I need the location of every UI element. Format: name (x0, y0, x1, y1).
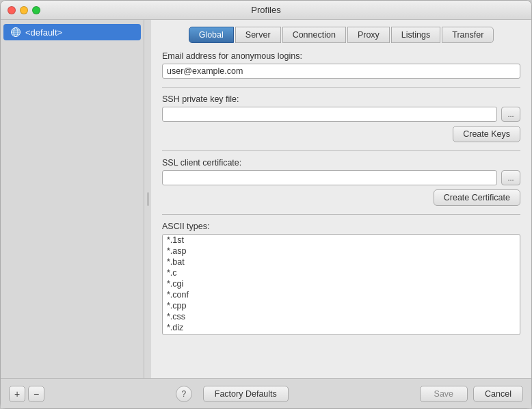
footer-left: + − (9, 386, 44, 402)
form-content: Email address for anonymous logins: SSH … (162, 51, 520, 378)
list-item[interactable]: *.conf (163, 289, 520, 300)
footer-center: ? Factory Defaults (44, 386, 420, 402)
title-bar: Profiles (1, 1, 531, 20)
footer: + − ? Factory Defaults Save Cancel (1, 378, 531, 408)
ssh-key-browse-button[interactable]: ... (501, 107, 520, 122)
ssh-key-input-row: ... (162, 107, 520, 122)
list-item[interactable]: *.cgi (163, 278, 520, 289)
tab-server[interactable]: Server (235, 27, 281, 43)
list-item[interactable]: *.asp (163, 246, 520, 256)
profiles-window: Profiles <default> Global (0, 0, 532, 409)
create-cert-row: Create Certificate (162, 189, 520, 206)
remove-profile-button[interactable]: − (28, 386, 44, 402)
create-keys-row: Create Keys (162, 126, 520, 142)
list-item[interactable]: *.c (163, 267, 520, 278)
create-keys-button[interactable]: Create Keys (453, 126, 520, 142)
ssl-cert-input[interactable] (162, 170, 497, 185)
ssh-key-label: SSH private key file: (162, 94, 520, 104)
sidebar-item-default[interactable]: <default> (3, 24, 141, 40)
ssh-key-input[interactable] (162, 107, 497, 122)
window-controls (8, 6, 40, 14)
list-item[interactable]: *.1st (163, 235, 520, 246)
factory-defaults-button[interactable]: Factory Defaults (203, 386, 289, 402)
list-item[interactable]: *.bat (163, 256, 520, 267)
tab-proxy[interactable]: Proxy (347, 27, 390, 43)
window-body: <default> Global Server Connection Proxy… (1, 20, 531, 378)
maximize-button[interactable] (32, 6, 40, 14)
cancel-button[interactable]: Cancel (473, 386, 523, 402)
ssl-cert-browse-button[interactable]: ... (501, 170, 520, 185)
resize-handle[interactable] (144, 20, 151, 378)
tab-bar: Global Server Connection Proxy Listings … (162, 27, 520, 43)
divider-1 (162, 87, 520, 88)
ssh-key-section: SSH private key file: ... Create Keys (162, 94, 520, 142)
minimize-button[interactable] (20, 6, 28, 14)
tab-listings[interactable]: Listings (391, 27, 440, 43)
list-item[interactable]: *.cpp (163, 300, 520, 311)
email-section: Email address for anonymous logins: (162, 51, 520, 79)
ssl-cert-section: SSL client certificate: ... Create Certi… (162, 158, 520, 206)
add-profile-button[interactable]: + (9, 386, 25, 402)
main-content: Global Server Connection Proxy Listings … (151, 20, 531, 378)
list-item[interactable]: *.diz (163, 322, 520, 333)
divider-3 (162, 214, 520, 215)
tab-transfer[interactable]: Transfer (442, 27, 494, 43)
list-item[interactable]: *.css (163, 311, 520, 322)
ssl-cert-label: SSL client certificate: (162, 158, 520, 168)
help-button[interactable]: ? (176, 386, 192, 402)
tab-connection[interactable]: Connection (282, 27, 346, 43)
footer-right: Save Cancel (420, 386, 523, 402)
save-button[interactable]: Save (420, 386, 468, 402)
tab-global[interactable]: Global (189, 27, 234, 43)
ascii-types-section: ASCII types: *.1st*.asp*.bat*.c*.cgi*.co… (162, 222, 520, 335)
email-label: Email address for anonymous logins: (162, 51, 520, 61)
email-input[interactable] (162, 64, 520, 79)
sidebar: <default> (1, 20, 144, 378)
ssl-cert-input-row: ... (162, 170, 520, 185)
create-certificate-button[interactable]: Create Certificate (434, 189, 520, 206)
sidebar-item-label: <default> (25, 27, 62, 38)
globe-icon (10, 27, 21, 38)
close-button[interactable] (8, 6, 16, 14)
window-title: Profiles (251, 5, 280, 15)
divider-2 (162, 150, 520, 151)
ascii-types-label: ASCII types: (162, 222, 520, 231)
ascii-types-list[interactable]: *.1st*.asp*.bat*.c*.cgi*.conf*.cpp*.css*… (162, 234, 520, 335)
